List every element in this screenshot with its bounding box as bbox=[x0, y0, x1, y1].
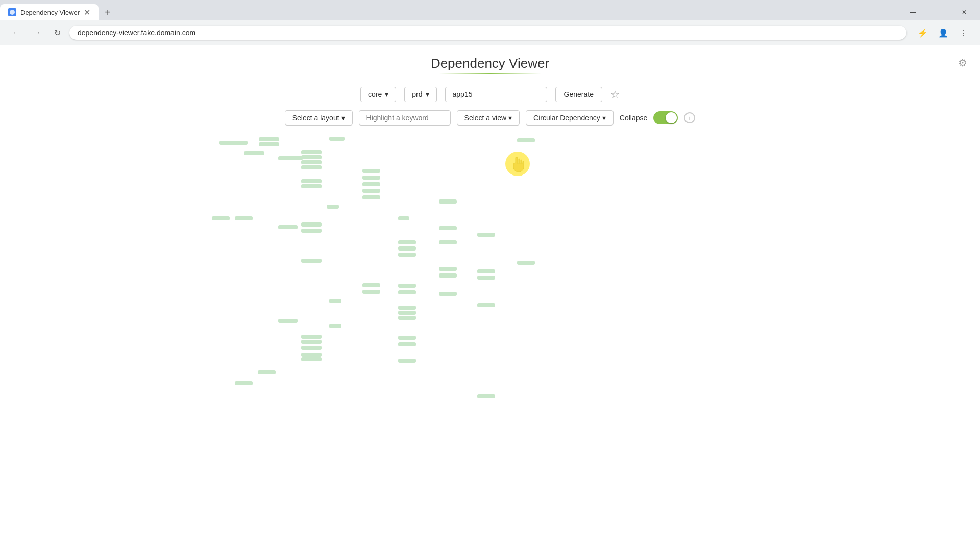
node-block[interactable] bbox=[477, 394, 495, 398]
node-block[interactable] bbox=[301, 160, 322, 164]
select-view-dropdown[interactable]: Select a view ▾ bbox=[457, 110, 520, 126]
node-block[interactable] bbox=[439, 199, 457, 204]
controls-row-2: Select a layout ▾ Select a view ▾ Circul… bbox=[10, 110, 970, 126]
node-block[interactable] bbox=[301, 346, 322, 350]
node-block[interactable] bbox=[362, 283, 380, 287]
node-block[interactable] bbox=[329, 137, 345, 141]
node-block[interactable] bbox=[398, 316, 416, 320]
node-block[interactable] bbox=[301, 340, 322, 344]
node-block[interactable] bbox=[398, 311, 416, 315]
node-block[interactable] bbox=[439, 267, 457, 271]
settings-gear-icon[interactable]: ⚙ bbox=[955, 56, 970, 70]
node-block[interactable] bbox=[398, 240, 416, 244]
back-button[interactable]: ← bbox=[8, 24, 24, 41]
generate-button[interactable]: Generate bbox=[555, 87, 602, 102]
node-block[interactable] bbox=[258, 370, 276, 374]
node-block[interactable] bbox=[362, 182, 380, 186]
node-block[interactable] bbox=[235, 381, 253, 385]
namespace-dropdown[interactable]: core ▾ bbox=[360, 87, 396, 102]
node-block[interactable] bbox=[439, 273, 457, 278]
tab-bar: Dependency Viewer ✕ + — ☐ ✕ bbox=[0, 0, 980, 20]
close-button[interactable]: ✕ bbox=[952, 4, 976, 20]
env-dropdown[interactable]: prd ▾ bbox=[404, 87, 436, 102]
node-block[interactable] bbox=[301, 155, 322, 159]
page-title: Dependency Viewer bbox=[10, 56, 970, 71]
new-tab-button[interactable]: + bbox=[101, 5, 115, 19]
node-block[interactable] bbox=[517, 138, 535, 142]
node-block[interactable] bbox=[278, 319, 298, 323]
node-block[interactable] bbox=[329, 299, 341, 303]
graph-area bbox=[10, 134, 970, 548]
page-title-underline bbox=[439, 73, 541, 74]
collapse-toggle[interactable] bbox=[653, 111, 678, 124]
page-content: ⚙ Dependency Viewer core ▾ prd ▾ Generat… bbox=[0, 45, 980, 551]
select-layout-dropdown[interactable]: Select a layout ▾ bbox=[285, 110, 353, 126]
node-block[interactable] bbox=[517, 261, 535, 265]
node-block[interactable] bbox=[219, 141, 248, 145]
node-block[interactable] bbox=[477, 233, 495, 237]
node-block[interactable] bbox=[398, 342, 416, 346]
node-block[interactable] bbox=[398, 336, 416, 340]
svg-point-0 bbox=[10, 10, 15, 15]
menu-icon[interactable]: ⋮ bbox=[955, 24, 972, 41]
node-block[interactable] bbox=[398, 284, 416, 288]
node-block[interactable] bbox=[477, 276, 495, 280]
toolbar-icons: ⚡ 👤 ⋮ bbox=[915, 24, 972, 41]
favorite-icon[interactable]: ☆ bbox=[610, 88, 620, 101]
node-block[interactable] bbox=[439, 292, 457, 296]
info-icon[interactable]: i bbox=[684, 112, 695, 123]
node-block[interactable] bbox=[244, 151, 264, 155]
node-block[interactable] bbox=[301, 357, 322, 361]
collapse-label: Collapse bbox=[620, 114, 647, 122]
node-block[interactable] bbox=[278, 225, 298, 229]
node-block[interactable] bbox=[362, 169, 380, 173]
node-block[interactable] bbox=[301, 165, 322, 169]
node-block[interactable] bbox=[212, 216, 230, 220]
node-block[interactable] bbox=[398, 216, 409, 220]
url-input[interactable] bbox=[69, 26, 906, 40]
refresh-button[interactable]: ↻ bbox=[49, 24, 65, 41]
node-block[interactable] bbox=[477, 303, 495, 307]
node-block[interactable] bbox=[439, 240, 457, 244]
node-block[interactable] bbox=[301, 222, 322, 227]
node-block[interactable] bbox=[235, 216, 253, 220]
app-input[interactable] bbox=[445, 87, 547, 102]
active-tab[interactable]: Dependency Viewer ✕ bbox=[0, 4, 99, 20]
node-block[interactable] bbox=[362, 290, 380, 294]
circular-dependency-dropdown[interactable]: Circular Dependency ▾ bbox=[526, 110, 614, 126]
node-block[interactable] bbox=[259, 137, 279, 141]
node-block[interactable] bbox=[362, 195, 380, 199]
node-block[interactable] bbox=[362, 176, 380, 180]
node-block[interactable] bbox=[398, 253, 416, 257]
tab-close-button[interactable]: ✕ bbox=[84, 8, 90, 17]
address-bar: ← → ↻ ⚡ 👤 ⋮ bbox=[0, 20, 980, 45]
node-block[interactable] bbox=[301, 179, 322, 183]
node-block[interactable] bbox=[362, 189, 380, 193]
node-block[interactable] bbox=[301, 150, 322, 154]
node-block[interactable] bbox=[301, 353, 322, 357]
controls-row-1: core ▾ prd ▾ Generate ☆ bbox=[10, 87, 970, 102]
forward-button[interactable]: → bbox=[29, 24, 45, 41]
window-controls: — ☐ ✕ bbox=[901, 4, 980, 20]
node-block[interactable] bbox=[398, 246, 416, 251]
minimize-button[interactable]: — bbox=[901, 4, 925, 20]
node-block[interactable] bbox=[398, 359, 416, 363]
node-block[interactable] bbox=[477, 269, 495, 273]
keyword-input[interactable] bbox=[359, 110, 451, 126]
node-block[interactable] bbox=[278, 156, 303, 160]
extensions-icon[interactable]: ⚡ bbox=[915, 24, 931, 41]
node-block[interactable] bbox=[398, 306, 416, 310]
node-block[interactable] bbox=[301, 229, 322, 233]
node-block[interactable] bbox=[259, 142, 279, 146]
node-block[interactable] bbox=[301, 184, 322, 188]
profile-icon[interactable]: 👤 bbox=[935, 24, 951, 41]
node-block[interactable] bbox=[301, 335, 322, 339]
node-block[interactable] bbox=[398, 290, 416, 294]
node-block[interactable] bbox=[439, 226, 457, 230]
tab-title: Dependency Viewer bbox=[20, 9, 80, 16]
maximize-button[interactable]: ☐ bbox=[927, 4, 950, 20]
node-block[interactable] bbox=[329, 324, 341, 328]
browser-chrome: Dependency Viewer ✕ + — ☐ ✕ ← → ↻ ⚡ 👤 ⋮ bbox=[0, 0, 980, 45]
node-block[interactable] bbox=[327, 205, 339, 209]
node-block[interactable] bbox=[301, 259, 322, 263]
